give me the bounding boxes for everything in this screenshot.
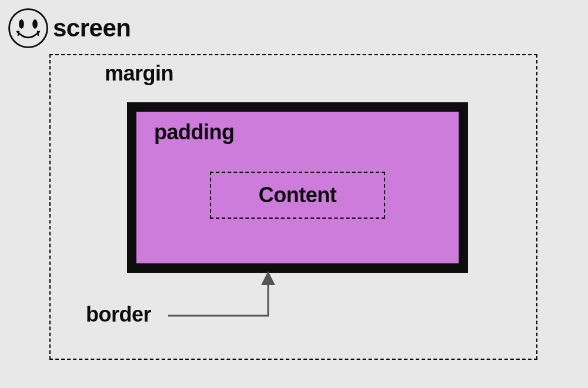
smiley-icon (7, 7, 49, 49)
content-label: Content (259, 183, 336, 208)
screen-label: screen (53, 14, 131, 42)
content-box: Content (210, 172, 385, 219)
margin-label: margin (105, 61, 173, 86)
svg-point-0 (9, 9, 48, 48)
border-label: border (86, 302, 151, 327)
padding-label: padding (154, 120, 234, 145)
border-arrow (168, 270, 309, 323)
margin-box: margin padding Content border (49, 54, 537, 360)
svg-point-1 (19, 19, 24, 29)
svg-point-2 (32, 19, 38, 29)
header: screen (7, 7, 131, 49)
bordered-box: padding Content (127, 102, 468, 273)
